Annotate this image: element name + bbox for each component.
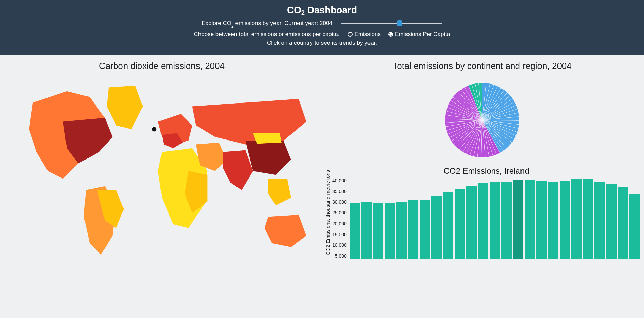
bar[interactable] [560, 181, 570, 259]
bar[interactable] [501, 182, 512, 259]
svg-point-0 [152, 127, 156, 131]
ytick-label: 40,000 [332, 178, 347, 183]
bar[interactable] [606, 184, 617, 259]
bar[interactable] [571, 179, 582, 259]
bar[interactable] [431, 196, 441, 259]
radio-per-capita[interactable]: Emissions Per Capita [388, 31, 450, 38]
bar[interactable] [618, 187, 628, 259]
ytick-label: 30,000 [332, 199, 347, 205]
world-map[interactable] [3, 76, 320, 266]
bar-title: CO2 Emissions, Ireland [332, 166, 641, 176]
bar-plot: 40,00035,00030,00025,00020,00015,00010,0… [332, 178, 641, 259]
bar[interactable] [548, 182, 558, 259]
ytick-label: 35,000 [332, 189, 347, 194]
bar-section: CO2 Emissions, thousand metric tons CO2 … [324, 166, 641, 259]
year-slider-wrap [341, 19, 442, 29]
bar[interactable] [373, 203, 383, 259]
ytick-label: 20,000 [332, 221, 347, 226]
bar[interactable] [350, 203, 360, 259]
bar[interactable] [385, 203, 395, 259]
map-panel: Carbon dioxide emissions, 2004 [3, 58, 320, 266]
bar[interactable] [361, 202, 372, 259]
bar-ylabel: CO2 Emissions, thousand metric tons [324, 166, 332, 259]
bar-yaxis: 40,00035,00030,00025,00020,00015,00010,0… [332, 178, 349, 259]
radio-group: Emissions Emissions Per Capita [348, 31, 450, 38]
bar[interactable] [408, 200, 418, 259]
bar[interactable] [478, 183, 488, 259]
bar[interactable] [583, 179, 593, 259]
ytick-label: 15,000 [332, 232, 347, 237]
year-slider[interactable] [341, 19, 442, 27]
ytick-label: 25,000 [332, 210, 347, 216]
bar[interactable] [525, 180, 535, 259]
radio-dot-filled-icon [388, 32, 393, 37]
bar[interactable] [629, 194, 640, 259]
pie-svg[interactable] [441, 79, 523, 161]
radio-dot-icon [348, 32, 353, 37]
pie-title: Total emissions by continent and region,… [324, 61, 641, 71]
choose-text: Choose between total emissions or emissi… [194, 31, 340, 38]
radio-emissions[interactable]: Emissions [348, 31, 381, 38]
header: CO2 Dashboard Explore CO2 emissions by y… [0, 0, 644, 55]
click-instruction: Click on a country to see its trends by … [267, 40, 377, 46]
ytick-label: 10,000 [332, 242, 347, 248]
bar[interactable] [466, 186, 476, 259]
world-map-svg[interactable] [3, 76, 320, 266]
explore-text: Explore CO2 emissions by year. Current y… [202, 20, 333, 27]
bar[interactable] [513, 180, 523, 259]
bar[interactable] [455, 189, 465, 259]
main: Carbon dioxide emissions, 2004 [0, 55, 644, 266]
ytick-label: 5,000 [335, 253, 347, 259]
bar[interactable] [420, 200, 430, 259]
bar[interactable] [443, 192, 453, 259]
pie-chart[interactable] [324, 76, 641, 164]
right-panel: Total emissions by continent and region,… [324, 58, 641, 266]
bar-chart[interactable] [349, 178, 641, 259]
page-title: CO2 Dashboard [0, 5, 644, 16]
bar[interactable] [594, 182, 605, 259]
bar[interactable] [490, 182, 500, 259]
map-title: Carbon dioxide emissions, 2004 [3, 61, 320, 71]
bar[interactable] [396, 202, 406, 259]
bar[interactable] [536, 181, 547, 259]
